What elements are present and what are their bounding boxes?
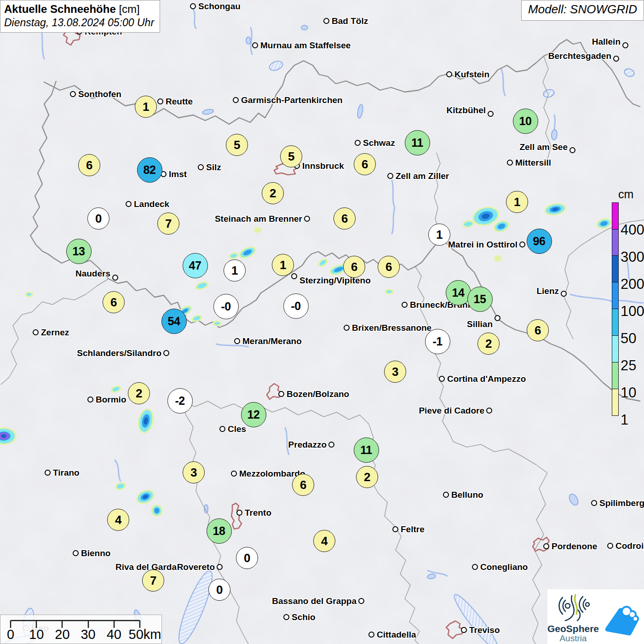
snow-depth-map: SchongauBad TölzKemptenMurnau am Staffel…: [0, 0, 644, 644]
legend-segment: [612, 202, 619, 230]
geosphere-contour-icon: [555, 593, 591, 622]
model-label-box: Modell: SNOWGRID: [521, 0, 644, 21]
partner-logo-box: [599, 589, 644, 644]
legend-colorbar: cm 4003002001005025101: [611, 188, 633, 201]
geosphere-name: GeoSphere: [547, 624, 599, 633]
legend-tick-label: 200: [621, 276, 644, 293]
legend-tick-label: 1: [621, 412, 628, 428]
geosphere-country: Austria: [547, 633, 599, 643]
legend-tick-label: 25: [621, 357, 636, 374]
map-title-text: Aktuelle Schneehöhe: [4, 3, 116, 15]
scale-bar: 01020304050km: [0, 615, 162, 644]
mountain-cloud-icon: [602, 598, 641, 636]
legend-segment: [612, 335, 619, 362]
legend-segment: [612, 389, 619, 416]
legend-segment: [612, 362, 619, 389]
legend-unit-label: cm: [618, 188, 633, 201]
legend-tick-label: 400: [621, 222, 644, 238]
map-title-unit: [cm]: [119, 3, 139, 15]
model-label: Modell: SNOWGRID: [528, 2, 637, 16]
scale-label: 30: [80, 627, 95, 642]
legend-tick-label: 100: [621, 303, 644, 320]
map-timestamp: Dienstag, 13.08.2024 05:00 Uhr: [4, 17, 154, 29]
legend-tick-label: 10: [621, 385, 636, 401]
legend-bar: [612, 203, 619, 416]
scale-label: 0: [7, 627, 14, 642]
scale-label: 20: [55, 627, 69, 642]
legend-segment: [612, 229, 619, 256]
scale-label: 40: [107, 627, 121, 642]
title-box: Aktuelle Schneehöhe [cm] Dienstag, 13.08…: [0, 0, 160, 33]
scale-label: 10: [29, 627, 44, 642]
scale-label: 50km: [129, 627, 161, 642]
legend-tick-label: 50: [621, 330, 636, 347]
geosphere-logo-box: GeoSphere Austria: [547, 589, 599, 644]
legend-segment: [612, 282, 619, 309]
legend-tick-label: 300: [621, 249, 644, 265]
map-title: Aktuelle Schneehöhe [cm]: [4, 3, 154, 16]
map-base: [0, 0, 644, 644]
legend-segment: [612, 309, 619, 336]
legend-segment: [612, 255, 619, 282]
